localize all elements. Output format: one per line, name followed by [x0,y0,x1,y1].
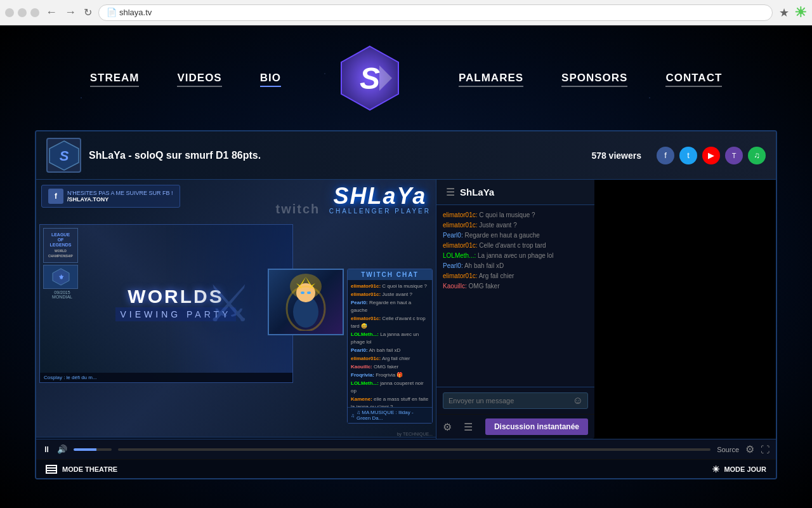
nav-left: STREAM VIDEOS BIO [90,72,281,84]
nav-palmares[interactable]: PALMARES [459,72,523,84]
url-text: shlaya.tv [119,8,152,17]
stream-header: S ShLaYa - soloQ sur smurf D1 86pts. 578… [36,131,776,180]
chat-list-icon[interactable]: ☰ [464,421,473,433]
play-pause-button[interactable]: ⏸ [43,444,51,454]
nav-contact[interactable]: CONTACT [665,72,722,84]
stream-title: ShLaYa - soloQ sur smurf D1 86pts. [89,150,584,161]
sun-icon: ☀ [712,464,720,474]
fullscreen-icon[interactable]: ⛶ [761,444,769,455]
game-bottom-bar: Cosplay : le défi du m... [40,373,292,382]
emoji-button[interactable]: ☺ [573,395,583,406]
refresh-button[interactable]: ↻ [84,6,92,18]
anime-character [268,269,343,335]
lol-logo: LEAGUEOFLEGENDSWORLD CHAMPIONSHIP ⚜ 09/2… [43,228,81,299]
discussion-button[interactable]: Discussion instantanée [485,418,588,435]
player-attribution: by TECHNIQUE... [397,432,433,436]
fb-small-icon: f [48,189,63,204]
stream-viewers: 578 viewers [591,150,641,161]
stream-channel-logo: S [46,138,81,173]
chat-settings-icon[interactable]: ⚙ [443,421,452,433]
chat-message-2: elimator01c: Juste avant ? [351,291,429,298]
nav-right: PALMARES SPONSORS CONTACT [459,72,722,84]
sidebar-msg-3: Pearl0: Regarde en haut a gauche [443,231,588,241]
shlaya-logo-text: SHLaYa [329,185,431,208]
chat-message-11: Kamene: elle a mass stuff en faite la ja… [351,396,429,407]
twitch-stream-area[interactable]: f N'HESITES PAS A ME SUIVRE SUR FB ! /SH… [36,180,436,439]
theatre-mode-right: ☀ MODE JOUR [712,464,766,474]
chat-message-1: elimator01c: C quoi la musique ? [351,283,429,290]
twitch-chat-header: TWITCH CHAT [348,269,432,280]
fb-follow-box: f N'HESITES PAS A ME SUIVRE SUR FB ! /SH… [41,185,180,208]
music-ticker: ♫ ♫ MA MUSIQUE : Iliday - Green Da... [348,407,432,423]
shlaya-branding: SHLaYa CHALLENGER PLAYER [329,185,431,215]
sidebar-msg-6: Pearl0: Ah bah fail xD [443,261,588,271]
browser-chrome: ← → ↻ 📄 shlaya.tv ★ ☀ [0,0,812,25]
chat-sidebar-body: elimator01c: C quoi la musique ? elimato… [436,205,594,387]
chat-input[interactable] [443,392,588,409]
video-controls: ⏸ 🔊 Source ⚙ ⛶ [36,439,776,459]
main-nav: STREAM VIDEOS BIO S PA [0,25,812,130]
lol-world-badge: ⚜ [43,265,78,289]
spotify-icon[interactable]: ♫ [748,147,766,164]
chat-message-10: LOLMeth...: janna couperet noir op [351,380,429,395]
nav-bio[interactable]: BIO [260,72,281,84]
nav-stream[interactable]: STREAM [90,72,140,84]
forward-button[interactable]: → [65,6,76,19]
lol-date: 09/2015MONDIAL [43,290,81,299]
volume-slider[interactable] [74,448,112,451]
extension-icon[interactable]: ☀ [794,4,807,21]
chat-message-3: Pearl0: Regarde en haut a gauche [351,299,429,314]
day-mode-label[interactable]: MODE JOUR [724,465,766,473]
stream-body: f N'HESITES PAS A ME SUIVRE SUR FB ! /SH… [36,180,776,439]
browser-maximize-btn[interactable] [30,8,39,17]
website-container: STREAM VIDEOS BIO S PA [0,25,812,508]
challenger-text: CHALLENGER PLAYER [329,208,431,215]
theatre-mode-left: MODE THEATRE [46,465,117,474]
bookmark-icon[interactable]: ★ [779,6,789,20]
browser-window-controls [5,8,39,17]
game-inner: LEAGUEOFLEGENDSWORLD CHAMPIONSHIP ⚜ 09/2… [40,225,292,382]
svg-text:S: S [59,148,69,164]
chat-messages-area: elimator01c: C quoi la musique ? elimato… [348,280,432,407]
twitch-icon[interactable]: T [725,147,743,164]
site-logo: S [332,40,408,116]
lol-logo-box: LEAGUEOFLEGENDSWORLD CHAMPIONSHIP [43,228,78,263]
theatre-mode-label[interactable]: MODE THEATRE [62,465,117,473]
browser-right-controls: ★ ☀ [779,4,807,21]
browser-minimize-btn[interactable] [18,8,27,17]
fb-follow-text: N'HESITES PAS A ME SUIVRE SUR FB ! [67,190,173,196]
theatre-icon [46,465,57,474]
stream-branding: twitch SHLaYa CHALLENGER PLAYER [275,185,431,217]
settings-icon[interactable]: ⚙ [745,443,754,455]
stream-top-bar: f N'HESITES PAS A ME SUIVRE SUR FB ! /SH… [36,180,436,222]
mute-button[interactable]: 🔊 [57,444,67,454]
nav-sponsors[interactable]: SPONSORS [561,72,627,84]
chat-sidebar: ☰ ShLaYa elimator01c: C quoi la musique … [436,180,594,439]
chat-message-9: Froqrivia: Froqrivia 🎁 [351,371,429,379]
chat-message-8: Kaouillc: OMG faker [351,363,429,371]
chat-message-5: LOLMeth...: La janna avec un phage lol [351,331,429,346]
music-text: ♫ MA MUSIQUE : Iliday - Green Da... [357,410,429,421]
chat-message-6: Pearl0: Ah bah fail xD [351,347,429,354]
twitter-icon[interactable]: t [679,147,697,164]
chat-sidebar-header: ☰ ShLaYa [436,180,594,205]
browser-close-btn[interactable] [5,8,14,17]
source-label[interactable]: Source [717,446,739,453]
sidebar-msg-8: Kaouillc: OMG faker [443,281,588,291]
nav-videos[interactable]: VIDEOS [177,72,221,84]
svg-text:S: S [360,62,380,95]
page-icon: 📄 [107,8,117,17]
stream-panel: S ShLaYa - soloQ sur smurf D1 86pts. 578… [35,130,777,479]
progress-bar[interactable] [118,448,710,451]
chat-menu-icon[interactable]: ☰ [446,186,455,198]
address-bar[interactable]: 📄 shlaya.tv [98,4,773,21]
chat-channel-name: ShLaYa [460,187,494,197]
sidebar-msg-1: elimator01c: C quoi la musique ? [443,210,588,220]
facebook-icon[interactable]: f [657,147,674,164]
youtube-icon[interactable]: ▶ [702,147,720,164]
chat-message-7: elimator01c: Arg fail chier [351,355,429,363]
chat-footer: ⚙ ☰ Discussion instantanée [436,414,594,439]
music-icon: ♫ [351,413,355,418]
sidebar-chat-messages: elimator01c: C quoi la musique ? elimato… [443,210,588,291]
back-button[interactable]: ← [46,6,57,19]
